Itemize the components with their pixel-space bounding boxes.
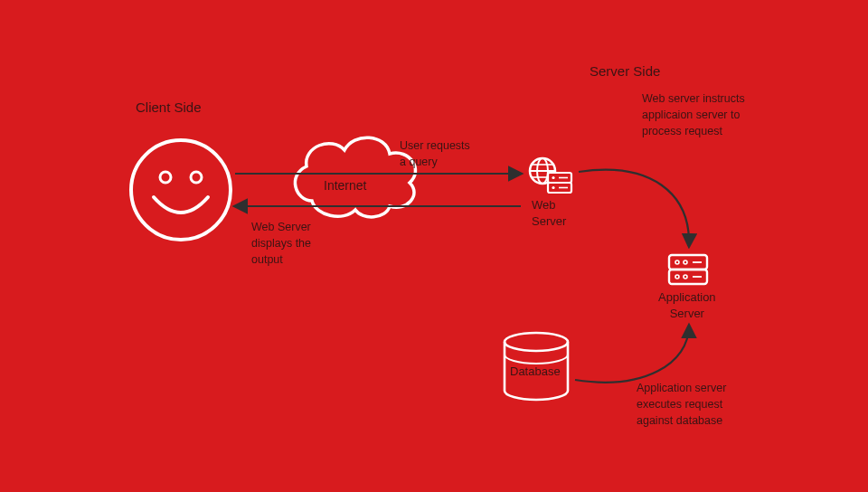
svg-point-2 [191,172,202,183]
arrow-instructs [579,170,689,246]
svg-point-22 [505,333,568,351]
server-side-heading: Server Side [590,63,660,79]
svg-point-11 [552,186,554,189]
application-server-icon [669,255,707,284]
client-side-heading: Client Side [136,99,202,115]
web-server-icon [530,158,571,193]
svg-point-17 [684,260,687,264]
annotation-executes: Application server executes request agai… [637,380,726,429]
svg-point-18 [675,275,679,279]
svg-point-19 [684,275,687,279]
annotation-user-requests: User requests a query [400,137,470,170]
arrow-executes [575,326,689,383]
application-server-label: Application Server [658,289,716,321]
client-smiley-icon [131,140,231,240]
svg-point-16 [675,260,679,264]
annotation-displays-output: Web Server displays the output [251,219,311,268]
svg-point-1 [160,172,171,183]
internet-label: Internet [324,177,366,194]
svg-point-10 [552,176,554,179]
web-server-label: Web Server [532,197,566,229]
svg-point-0 [131,140,231,240]
annotation-instructs: Web server instructs applicaion server t… [642,90,745,139]
database-label: Database [510,364,561,380]
